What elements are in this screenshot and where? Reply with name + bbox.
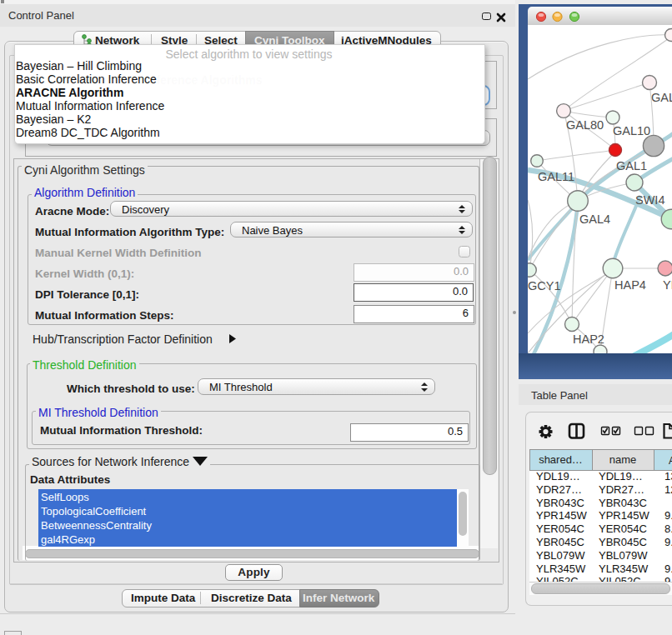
svg-text:SWI4: SWI4: [635, 193, 664, 207]
svg-text:GAL10: GAL10: [613, 124, 650, 138]
svg-text:GAL1: GAL1: [616, 159, 647, 172]
svg-text:HAP2: HAP2: [573, 332, 604, 346]
svg-text:GCY1: GCY1: [528, 279, 561, 292]
svg-text:GAL4: GAL4: [579, 212, 610, 226]
svg-text:GAL80: GAL80: [566, 118, 604, 132]
svg-text:HAP4: HAP4: [614, 278, 646, 292]
svg-text:YD: YD: [663, 278, 672, 292]
svg-text:GAL7: GAL7: [651, 91, 672, 104]
svg-text:GAL11: GAL11: [538, 170, 574, 183]
